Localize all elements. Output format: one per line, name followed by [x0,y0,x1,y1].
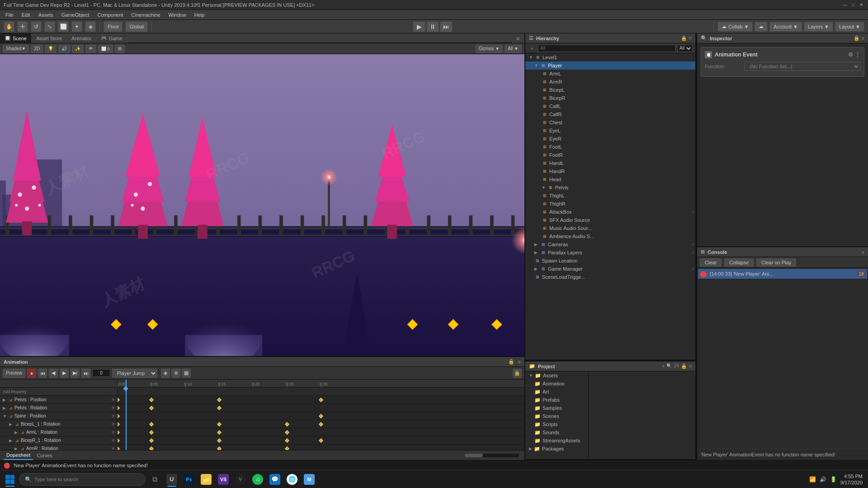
folder-prefabs[interactable]: 📁 Prefabs [525,396,588,404]
anim-icon-btn-2[interactable]: ⊕ [171,369,180,378]
hierarchy-item-armr[interactable]: ⊞ ArmR [525,78,695,86]
folder-scripts[interactable]: 📁 Scripts [525,420,588,428]
hierarchy-lock-icon[interactable]: 🔒 [681,35,687,41]
track-row-bicepr-rotation[interactable]: ▶ ⊿ BicepR_1 : Rotation 👁 [0,436,117,445]
menu-file[interactable]: File [2,11,17,19]
anim-icon-btn-3[interactable]: ▦ [182,369,191,378]
pivot-button[interactable]: Pivot [104,21,123,32]
hierarchy-item-handr[interactable]: ⊞ HandR [525,167,695,175]
keyframe[interactable] [149,398,154,402]
start-button[interactable] [2,471,18,488]
audio-button[interactable]: 🔊 [58,45,70,53]
skip-fwd-button[interactable]: ⏭ [81,369,90,378]
track-expand-icon[interactable]: ▶ [14,446,19,450]
grid-button[interactable]: ⊞ [115,45,125,53]
track-expand-icon[interactable]: ▶ [14,430,19,435]
hierarchy-item-sceneload[interactable]: ⊞ SceneLoadTrigge... [525,273,695,281]
vs-app[interactable]: VS [215,471,231,488]
keyframe[interactable] [118,446,120,450]
keyframe[interactable] [217,446,222,450]
effects-button[interactable]: ✨ [72,45,84,53]
lighting-button[interactable]: 💡 [45,45,57,53]
keyframe[interactable] [217,406,222,410]
keyframe[interactable] [118,414,120,418]
tray-network-icon[interactable]: 📶 [809,476,816,483]
all-layers-dropdown[interactable]: All ▼ [505,45,522,53]
hierarchy-item-attackbox[interactable]: ⊞ AttackBox › [525,208,695,216]
record-button[interactable]: ● [27,369,36,378]
folder-assets[interactable]: ▼ 📁 Assets [525,371,588,380]
hierarchy-item-thighr[interactable]: ⊞ ThighR [525,200,695,208]
scene-settings-button[interactable]: ≡ [512,33,524,43]
menu-cinemachine[interactable]: Cinemachine [127,11,164,19]
inspector-more-icon[interactable]: ≡ [862,35,864,41]
keyframe[interactable] [285,446,289,450]
clear-on-play-button[interactable]: Clear on Play [756,258,796,267]
anim-icon-btn-1[interactable]: ◈ [161,369,170,378]
browser-app[interactable]: 🌐 [284,471,300,488]
track-visibility-icon[interactable]: 👁 [111,422,115,427]
taskview-button[interactable]: ⧉ [146,471,163,488]
curves-tab[interactable]: Curves [34,450,55,460]
global-button[interactable]: Global [125,21,148,32]
hierarchy-item-bicepr[interactable]: ⊞ BicepR [525,94,695,102]
track-visibility-icon[interactable]: 👁 [111,430,115,435]
hierarchy-item-gamemanager[interactable]: ▶ ⊞ Game Manager › [525,265,695,273]
keyframe[interactable] [319,414,323,418]
git-app[interactable]: ⑂ [232,471,249,488]
minimize-button[interactable]: — [842,2,848,8]
hierarchy-item-footr[interactable]: ⊞ FootR [525,151,695,159]
component-more-icon[interactable]: ⋮ [855,52,860,58]
component-settings-icon[interactable]: ⚙ [848,52,853,58]
keyframe[interactable] [149,446,154,450]
skip-back-button[interactable]: ⏮ [38,369,47,378]
rotate-tool-button[interactable]: ↺ [31,21,42,32]
unity-app[interactable]: U [164,471,180,488]
track-expand-icon[interactable]: ▶ [9,422,14,427]
tab-scene[interactable]: 🔲 Scene [0,33,32,43]
keyframe[interactable] [118,422,120,427]
folder-sounds[interactable]: 📁 Sounds [525,428,588,436]
track-expand-icon[interactable]: ▶ [9,438,14,443]
project-lock-icon[interactable]: 🔒 [681,363,687,369]
close-button[interactable]: ✕ [858,2,864,8]
keyframe[interactable] [319,398,323,402]
step-button[interactable]: ⏭ [440,21,453,32]
keyframe[interactable] [118,398,120,402]
scale-tool-button[interactable]: ⤡ [44,21,55,32]
transform-tool-button[interactable]: ✦ [71,21,82,32]
menu-edit[interactable]: Edit [18,11,34,19]
hierarchy-filter-select[interactable]: All [677,45,693,52]
hierarchy-search-input[interactable] [538,45,675,52]
keyframe[interactable] [217,422,222,427]
hierarchy-item-pelvis[interactable]: ▼ ⊞ Pelvis [525,183,695,192]
console-more-icon[interactable]: ≡ [862,249,864,255]
track-row-armr-rotation[interactable]: ▶ ⊿ ArmR : Rotation 👁 [0,445,117,450]
hierarchy-item-player[interactable]: ▼ ⊞ Player › [525,61,695,70]
folder-art[interactable]: 📁 Art [525,388,588,396]
tab-asset-store[interactable]: Asset Store [32,33,67,43]
folder-streaming[interactable]: 📁 StreamingAssets [525,436,588,445]
function-select[interactable]: (No Function Sel...) [745,62,860,71]
hierarchy-item-calfl[interactable]: ⊞ CalfL [525,102,695,110]
timeline-scrollbar[interactable] [465,454,519,457]
hierarchy-item-footl[interactable]: ⊞ FootL [525,143,695,151]
dev-app[interactable]: M [301,471,317,488]
track-visibility-icon[interactable]: 👁 [111,406,115,410]
keyframe[interactable] [118,430,120,435]
step-fwd-button[interactable]: ▶| [71,369,80,378]
keyframe[interactable] [118,438,120,443]
tab-animator[interactable]: Animator [67,33,96,43]
hierarchy-item-music[interactable]: ⊞ Music Audio Sour... [525,224,695,232]
project-search-icon[interactable]: 🔍 [666,363,672,369]
track-visibility-icon[interactable]: 👁 [111,446,115,450]
menu-window[interactable]: Window [165,11,190,19]
chat-app[interactable]: 💬 [267,471,283,488]
hierarchy-item-ambience[interactable]: ⊞ Ambience Audio S... [525,232,695,240]
folder-animation[interactable]: 📁 Animation [525,380,588,388]
hierarchy-item-parallax[interactable]: ▶ ⊞ Parallax Layers › [525,249,695,257]
taskbar-clock[interactable]: 4:55 PM 9/17/2020 [840,473,863,486]
track-row-arml-rotation[interactable]: ▶ ⊿ ArmL : Rotation 👁 [0,428,117,436]
scene-view[interactable]: 人素材 RRCG RRCG 人素材 RRCG [0,54,524,356]
track-expand-icon[interactable]: ▶ [3,398,7,402]
